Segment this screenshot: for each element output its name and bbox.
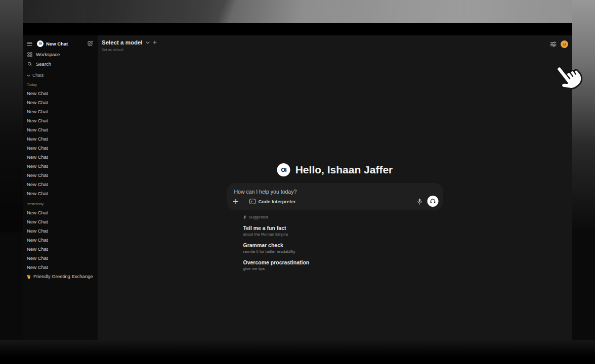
sidebar-item-workspace[interactable]: Workspace [27,50,93,59]
chats-section-label: Chats [32,73,44,78]
sidebar-item-label: Workspace [36,52,60,57]
wave-emoji-icon [27,275,31,279]
sidebar-item-label: Search [36,61,51,67]
chat-list-item[interactable]: New Chat [27,125,93,134]
chat-list-item[interactable]: New Chat [27,89,93,98]
chat-list-item[interactable]: New Chat [27,162,93,171]
chat-list-item[interactable]: New Chat [27,116,93,125]
suggested-section: Suggested Tell me a fun factabout the Ro… [227,215,443,271]
desktop-background-right [572,0,595,233]
chat-list-item[interactable]: New Chat [27,107,93,116]
chats-section-toggle[interactable]: Chats [27,72,93,79]
new-chat-icon[interactable] [87,40,93,47]
model-selector[interactable]: Select a model [102,39,157,46]
chat-list-item[interactable]: New Chat [27,226,93,236]
chat-list-item[interactable]: New Chat [27,98,93,107]
user-avatar[interactable]: IJ [561,40,568,48]
desktop-background-bottom [0,340,595,364]
greeting-title: Hello, Ishaan Jaffer [295,164,393,176]
voice-call-button[interactable] [428,196,439,207]
chat-list-item[interactable]: New Chat [27,208,93,217]
message-composer[interactable]: How can I help you today? [227,183,443,210]
topbar: Select a model Set as default [102,39,157,52]
chat-list-item[interactable]: New Chat [27,153,93,162]
suggestion-subtitle: give me tips [243,266,443,271]
window-titlebar [23,23,572,35]
suggestion-list: Tell me a fun factabout the Roman Empire… [243,225,443,271]
main-area: Select a model Set as default [98,35,572,340]
app-logo: OI [277,163,290,176]
chevron-down-icon [146,41,150,44]
settings-sliders-icon[interactable] [550,41,557,47]
composer-placeholder: How can I help you today? [234,189,297,195]
code-interpreter-label: Code Interpreter [259,199,296,204]
chat-list-item[interactable]: New Chat [27,171,93,180]
set-as-default-link[interactable]: Set as default [102,48,157,52]
chat-group-label: Yesterday [27,202,93,207]
chat-list: TodayNew ChatNew ChatNew ChatNew ChatNew… [27,82,93,281]
chat-item-title: Friendly Greeting Exchange [33,272,93,281]
search-icon [27,62,33,67]
sidebar: OI New Chat Workspace [23,35,98,340]
add-model-icon[interactable] [153,40,157,44]
sidebar-item-search[interactable]: Search [27,59,93,69]
suggestion-item[interactable]: Grammar checkrewrite it for better reada… [243,242,443,254]
chat-group-label: Today [27,82,93,87]
suggestion-title: Grammar check [243,242,443,248]
suggestion-subtitle: about the Roman Empire [243,232,443,237]
chat-list-item[interactable]: Friendly Greeting Exchange [27,272,93,281]
microphone-icon[interactable] [417,198,422,205]
chat-list-item[interactable]: New Chat [27,236,93,245]
code-interpreter-toggle[interactable]: Code Interpreter [249,199,296,204]
chat-list-item[interactable]: New Chat [27,144,93,153]
app-logo: OI [37,40,44,47]
suggestion-item[interactable]: Overcome procrastinationgive me tips [243,259,443,271]
suggested-label: Suggested [249,215,268,219]
terminal-icon [249,199,256,204]
chat-list-item[interactable]: New Chat [27,254,93,263]
chat-list-item[interactable]: New Chat [27,134,93,144]
chat-list-item[interactable]: New Chat [27,189,93,198]
grid-icon [27,52,33,57]
suggestion-subtitle: rewrite it for better readability [243,249,443,254]
suggestion-item[interactable]: Tell me a fun factabout the Roman Empire [243,225,443,237]
chat-list-item[interactable]: New Chat [27,245,93,254]
desktop-background-left [0,0,23,233]
attach-plus-icon[interactable] [233,199,239,204]
sidebar-toggle-icon[interactable] [27,41,32,46]
chevron-down-icon [27,74,30,77]
chat-list-item[interactable]: New Chat [27,217,93,226]
chat-list-item[interactable]: New Chat [27,180,93,189]
chat-list-item[interactable]: New Chat [27,263,93,272]
model-selector-label: Select a model [102,39,143,46]
app-window: OI New Chat Workspace [23,23,572,340]
suggestion-title: Overcome procrastination [243,259,443,265]
suggestion-title: Tell me a fun fact [243,225,443,231]
sidebar-app-title: New Chat [46,41,68,47]
bolt-icon [243,215,247,219]
